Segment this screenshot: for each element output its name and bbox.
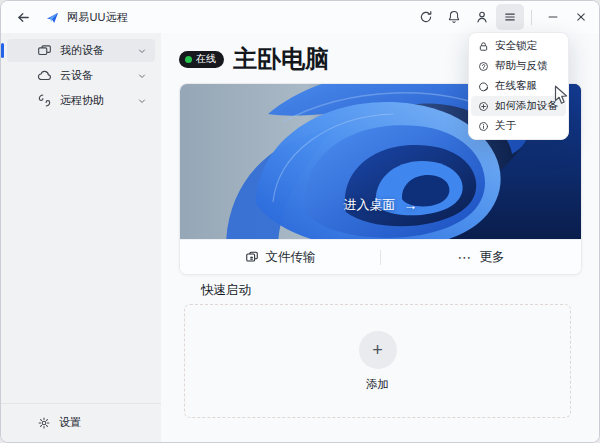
devices-icon xyxy=(37,43,52,58)
file-transfer-icon xyxy=(245,250,259,264)
menu-item-label: 安全锁定 xyxy=(495,39,537,53)
cloud-icon xyxy=(37,68,52,83)
menu-item-label: 如何添加设备 xyxy=(495,99,558,113)
back-button[interactable] xyxy=(9,4,37,30)
add-device-icon xyxy=(478,101,489,112)
sidebar-item-label: 我的设备 xyxy=(60,43,104,58)
file-transfer-label: 文件传输 xyxy=(266,249,316,266)
enter-desktop-label: 进入桌面 xyxy=(344,196,396,214)
minimize-icon xyxy=(546,10,560,24)
quick-launch-title: 快速启动 xyxy=(201,282,251,299)
sidebar-item-label: 远程协助 xyxy=(60,93,104,108)
sidebar-item-my-devices[interactable]: 我的设备 xyxy=(7,39,155,62)
sidebar-item-label: 云设备 xyxy=(60,68,93,83)
dropdown-menu: 安全锁定 帮助与反馈 在线客服 如何添加设备 关于 xyxy=(468,32,569,140)
sidebar-footer: 设置 xyxy=(1,403,161,442)
app-title: 网易UU远程 xyxy=(67,10,128,25)
menu-item-label: 帮助与反馈 xyxy=(495,59,548,73)
notifications-button[interactable] xyxy=(440,4,468,30)
file-transfer-button[interactable]: 文件传输 xyxy=(180,240,380,274)
enter-desktop-button[interactable]: 进入桌面 → xyxy=(180,195,581,215)
hamburger-icon xyxy=(503,10,517,24)
info-icon xyxy=(478,121,489,132)
menu-item-label: 在线客服 xyxy=(495,79,537,93)
device-header: 在线 主卧电脑 xyxy=(179,47,329,71)
status-badge: 在线 xyxy=(179,51,224,68)
menu-item-about[interactable]: 关于 xyxy=(471,116,566,136)
lock-icon xyxy=(478,41,489,52)
sidebar-item-settings[interactable]: 设置 xyxy=(7,411,155,434)
sidebar-item-cloud-devices[interactable]: 云设备 xyxy=(7,64,155,87)
arrow-right-icon: → xyxy=(404,197,418,213)
menu-item-label: 关于 xyxy=(495,119,516,133)
help-icon xyxy=(478,61,489,72)
close-icon xyxy=(574,10,588,24)
sidebar: 我的设备 云设备 远程协助 xyxy=(1,33,161,442)
title-bar: 网易UU远程 xyxy=(1,1,599,33)
titlebar-actions xyxy=(412,4,599,30)
plus-icon: + xyxy=(359,331,397,369)
refresh-button[interactable] xyxy=(412,4,440,30)
add-button[interactable]: + 添加 xyxy=(353,330,403,393)
selected-indicator xyxy=(1,43,4,58)
arrow-left-icon xyxy=(16,10,31,25)
titlebar-divider xyxy=(531,10,532,25)
minimize-button[interactable] xyxy=(539,4,567,30)
refresh-icon xyxy=(419,10,433,24)
account-button[interactable] xyxy=(468,4,496,30)
settings-label: 设置 xyxy=(59,415,81,430)
menu-button[interactable] xyxy=(496,4,524,30)
status-text: 在线 xyxy=(196,52,216,66)
card-action-bar: 文件传输 ⋯ 更多 xyxy=(180,239,581,274)
menu-item-online-support[interactable]: 在线客服 xyxy=(471,76,566,96)
device-name: 主卧电脑 xyxy=(233,47,329,71)
more-button[interactable]: ⋯ 更多 xyxy=(381,240,581,274)
menu-item-help-feedback[interactable]: 帮助与反馈 xyxy=(471,56,566,76)
headset-icon xyxy=(478,81,489,92)
online-dot-icon xyxy=(185,56,192,63)
close-button[interactable] xyxy=(567,4,595,30)
chevron-down-icon xyxy=(137,96,147,106)
user-icon xyxy=(475,10,489,24)
gear-icon xyxy=(37,416,51,430)
add-label: 添加 xyxy=(366,377,389,392)
chevron-down-icon xyxy=(137,71,147,81)
remote-assist-icon xyxy=(37,93,52,108)
bell-icon xyxy=(447,10,461,24)
menu-item-security-lock[interactable]: 安全锁定 xyxy=(471,36,566,56)
menu-item-how-to-add-device[interactable]: 如何添加设备 xyxy=(471,96,566,116)
sidebar-item-remote-assist[interactable]: 远程协助 xyxy=(7,89,155,112)
more-label: 更多 xyxy=(480,249,505,266)
app-logo-icon xyxy=(45,10,60,25)
chevron-down-icon xyxy=(137,46,147,56)
app-window: 网易UU远程 xyxy=(0,0,600,443)
quick-launch-empty-area: + 添加 xyxy=(184,304,571,418)
